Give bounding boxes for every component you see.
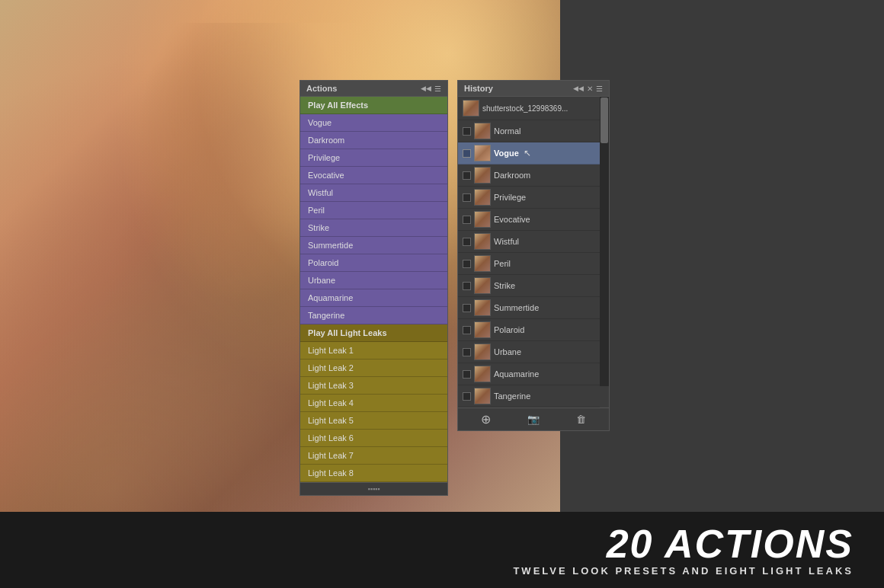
history-thumb-privilege <box>474 189 491 206</box>
actions-panel-footer: ▪▪▪▪▪ <box>300 482 447 495</box>
urbane-action-item[interactable]: Urbane <box>300 272 447 289</box>
wistful-action-item[interactable]: Wistful <box>300 184 447 202</box>
history-item-label-peril: Peril <box>494 259 511 268</box>
history-item-label-darkroom: Darkroom <box>494 171 530 180</box>
light-leak-5-item[interactable]: Light Leak 5 <box>300 412 447 430</box>
history-camera-button[interactable]: 📷 <box>527 414 540 425</box>
bottom-text-container: 20 ACTIONS TWELVE LOOK PRESETS AND EIGHT… <box>513 524 854 577</box>
history-item-label-urbane: Urbane <box>494 347 521 356</box>
vogue-action-item[interactable]: Vogue <box>300 114 447 132</box>
history-item-label-tangerine: Tangerine <box>494 391 530 401</box>
strike-action-item[interactable]: Strike <box>300 219 447 237</box>
cursor-pointer-icon: ↖ <box>524 148 531 158</box>
history-item-summertide[interactable]: Summertide <box>458 297 600 319</box>
privilege-action-item[interactable]: Privilege <box>300 149 447 167</box>
light-leak-4-item[interactable]: Light Leak 4 <box>300 395 447 412</box>
history-menu-icon[interactable]: ☰ <box>596 85 603 93</box>
history-delete-button[interactable]: 🗑 <box>576 414 586 425</box>
history-checkbox-vogue[interactable] <box>463 149 471 158</box>
actions-footer-dots: ▪▪▪▪▪ <box>368 485 380 493</box>
history-thumb-urbane <box>474 344 491 360</box>
history-item-peril[interactable]: Peril <box>458 253 600 275</box>
history-list: shutterstock_12998369... Normal Vogue ↖ … <box>458 97 609 407</box>
history-item-label-privilege: Privilege <box>494 193 526 202</box>
history-item-evocative[interactable]: Evocative <box>458 209 600 231</box>
history-thumb-peril <box>474 255 491 272</box>
history-item-top[interactable]: shutterstock_12998369... <box>458 97 600 120</box>
actions-count-label: 20 ACTIONS <box>513 524 854 564</box>
history-close-icon[interactable]: ✕ <box>587 85 593 93</box>
history-thumb-aquamarine <box>474 366 491 382</box>
history-checkbox-urbane[interactable] <box>463 348 471 356</box>
history-thumb-evocative <box>474 211 491 228</box>
light-leak-3-item[interactable]: Light Leak 3 <box>300 377 447 395</box>
aquamarine-action-item[interactable]: Aquamarine <box>300 289 447 307</box>
history-checkbox-evocative[interactable] <box>463 216 471 224</box>
history-checkbox-darkroom[interactable] <box>463 171 471 180</box>
actions-collapse-icon[interactable]: ◀◀ <box>421 85 431 93</box>
actions-menu-icon[interactable]: ☰ <box>434 85 441 93</box>
actions-panel: Actions ◀◀ ☰ Play All Effects Vogue Dark… <box>299 80 448 496</box>
history-item-label-aquamarine: Aquamarine <box>494 369 539 379</box>
history-thumb-vogue <box>474 145 491 161</box>
history-thumb-darkroom <box>474 167 491 184</box>
history-item-label-summertide: Summertide <box>494 303 539 312</box>
history-collapse-icon[interactable]: ◀◀ <box>573 85 584 93</box>
evocative-action-item[interactable]: Evocative <box>300 167 447 184</box>
actions-panel-header: Actions ◀◀ ☰ <box>300 81 447 97</box>
darkroom-action-item[interactable]: Darkroom <box>300 132 447 149</box>
history-item-normal[interactable]: Normal <box>458 120 600 142</box>
tangerine-action-item[interactable]: Tangerine <box>300 307 447 324</box>
light-leak-6-item[interactable]: Light Leak 6 <box>300 430 447 447</box>
history-item-label-wistful: Wistful <box>494 237 519 246</box>
play-all-effects-item[interactable]: Play All Effects <box>300 97 447 114</box>
light-leak-1-item[interactable]: Light Leak 1 <box>300 342 447 360</box>
history-thumb-normal <box>474 123 491 139</box>
light-leak-7-item[interactable]: Light Leak 7 <box>300 447 447 465</box>
actions-subtitle-label: TWELVE LOOK PRESETS AND EIGHT LIGHT LEAK… <box>513 565 854 577</box>
history-item-aquamarine[interactable]: Aquamarine <box>458 363 600 385</box>
bottom-bar: 20 ACTIONS TWELVE LOOK PRESETS AND EIGHT… <box>0 512 884 588</box>
history-item-darkroom[interactable]: Darkroom <box>458 165 600 187</box>
history-new-snapshot-button[interactable]: ⊕ <box>481 412 491 427</box>
history-item-vogue[interactable]: Vogue ↖ <box>458 142 600 165</box>
history-scrollbar[interactable] <box>600 97 609 386</box>
history-panel-controls: ◀◀ ✕ ☰ <box>573 85 603 93</box>
light-leak-2-item[interactable]: Light Leak 2 <box>300 360 447 377</box>
history-checkbox-summertide[interactable] <box>463 304 471 312</box>
history-checkbox-privilege[interactable] <box>463 193 471 202</box>
history-checkbox-strike[interactable] <box>463 282 471 290</box>
history-item-urbane[interactable]: Urbane <box>458 341 600 363</box>
history-thumb-polaroid <box>474 321 491 338</box>
history-scrollbar-thumb[interactable] <box>601 97 608 143</box>
history-checkbox-peril[interactable] <box>463 260 471 268</box>
history-item-label-top: shutterstock_12998369... <box>482 104 568 113</box>
history-item-strike[interactable]: Strike <box>458 275 600 297</box>
play-all-light-leaks-item[interactable]: Play All Light Leaks <box>300 324 447 342</box>
history-item-tangerine[interactable]: Tangerine <box>458 385 600 407</box>
history-panel-title: History <box>464 84 493 93</box>
peril-action-item[interactable]: Peril <box>300 202 447 219</box>
actions-list: Play All Effects Vogue Darkroom Privileg… <box>300 97 447 482</box>
history-checkbox-wistful[interactable] <box>463 238 471 246</box>
history-checkbox-polaroid[interactable] <box>463 326 471 334</box>
actions-panel-controls: ◀◀ ☰ <box>421 85 441 93</box>
summertide-action-item[interactable]: Summertide <box>300 237 447 254</box>
history-item-wistful[interactable]: Wistful <box>458 231 600 253</box>
actions-panel-title: Actions <box>306 84 337 93</box>
history-item-privilege[interactable]: Privilege <box>458 187 600 209</box>
history-item-polaroid[interactable]: Polaroid <box>458 319 600 341</box>
history-item-label-evocative: Evocative <box>494 215 530 224</box>
history-checkbox-aquamarine[interactable] <box>463 370 471 379</box>
history-content-area: shutterstock_12998369... Normal Vogue ↖ … <box>458 97 609 407</box>
history-item-label-normal: Normal <box>494 126 520 136</box>
history-item-label-strike: Strike <box>494 281 515 290</box>
history-thumb-strike <box>474 277 491 294</box>
history-checkbox-tangerine[interactable] <box>463 392 471 401</box>
history-checkbox-normal[interactable] <box>463 127 471 136</box>
history-thumb-wistful <box>474 233 491 250</box>
history-panel: History ◀◀ ✕ ☰ shutterstock_12998369... … <box>457 80 610 431</box>
polaroid-action-item[interactable]: Polaroid <box>300 254 447 272</box>
light-leak-8-item[interactable]: Light Leak 8 <box>300 465 447 482</box>
history-footer: ⊕ 📷 🗑 <box>458 407 609 430</box>
